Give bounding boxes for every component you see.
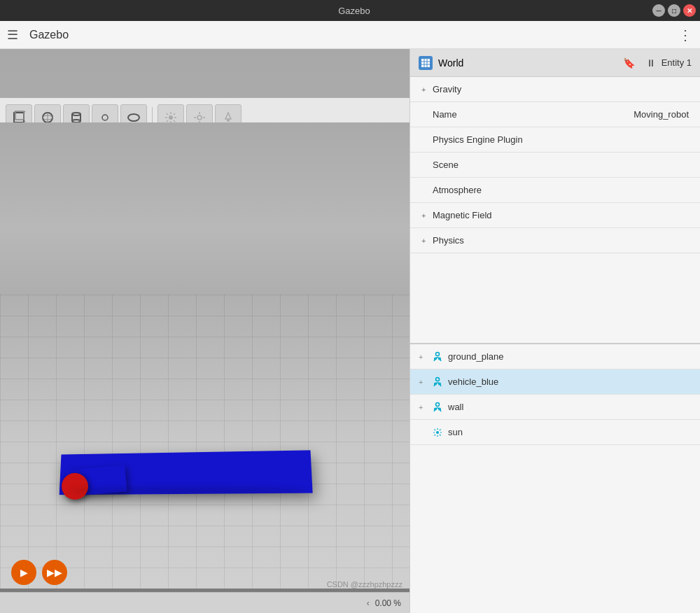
ground-plane [0, 295, 410, 589]
window-controls: ─ □ ✕ [652, 4, 700, 17]
play-button[interactable]: ▶ [11, 560, 36, 585]
svg-point-54 [436, 352, 440, 355]
entity-icon-sun [431, 426, 444, 439]
svg-line-69 [440, 435, 441, 436]
svg-point-14 [169, 115, 173, 120]
svg-point-57 [436, 377, 440, 381]
svg-line-71 [435, 435, 436, 436]
titlebar-title: Gazebo [56, 6, 652, 16]
entity-name-sun: sun [448, 427, 463, 437]
prop-row-scene[interactable]: Scene [410, 153, 700, 178]
expand-magnetic-field[interactable]: + [421, 211, 433, 220]
entity-icon-vehicle-blue [431, 376, 444, 388]
world-icon [419, 56, 433, 70]
prop-label-scene: Scene [433, 160, 689, 170]
viewport-arrow[interactable]: ‹ [367, 598, 370, 608]
entity-icon-ground-plane [431, 351, 444, 363]
svg-point-29 [227, 119, 230, 122]
properties-panel: + Gravity Name Moving_robot Physics Engi… [410, 77, 700, 343]
fast-forward-button[interactable]: ▶▶ [42, 560, 67, 585]
entity-name-ground-plane: ground_plane [448, 351, 504, 362]
maximize-button[interactable]: □ [668, 4, 680, 17]
prop-label-gravity: Gravity [433, 84, 689, 94]
prop-label-physics: Physics [433, 235, 689, 246]
svg-marker-28 [225, 113, 231, 119]
entity-row-sun[interactable]: sun [410, 420, 700, 445]
svg-line-22 [167, 120, 168, 122]
scene-canvas[interactable] [0, 122, 410, 613]
main-layout: ▶ ▶▶ ‹ 0.00 % CSDN @zzzhpzhpzzz World 🔖 … [0, 49, 700, 613]
expand-gravity[interactable]: + [421, 85, 433, 94]
svg-line-20 [174, 120, 175, 122]
entity-icon-wall [431, 401, 444, 414]
3d-viewport[interactable]: ▶ ▶▶ ‹ 0.00 % CSDN @zzzhpzhpzzz [0, 49, 410, 613]
entity-name-wall: wall [448, 402, 463, 412]
prop-value-name: Moving_robot [634, 109, 689, 120]
app-title: Gazebo [29, 29, 667, 41]
zoom-label: 0.00 % [375, 598, 401, 608]
expand-physics-engine [421, 136, 433, 144]
entity-expand-sun [419, 428, 427, 437]
entity-expand-wall[interactable]: + [419, 403, 427, 411]
prop-row-atmosphere[interactable]: Atmosphere [410, 178, 700, 203]
svg-point-8 [72, 113, 80, 115]
menubar: ☰ Gazebo ⋮ [0, 21, 700, 49]
entity-expand-ground-plane[interactable]: + [419, 353, 427, 361]
watermark: CSDN @zzzhpzhpzzz [327, 580, 402, 589]
prop-label-physics-engine: Physics Engine Plugin [433, 134, 689, 145]
prop-row-name[interactable]: Name Moving_robot [410, 102, 700, 127]
prop-row-physics-engine[interactable]: Physics Engine Plugin [410, 127, 700, 153]
play-controls: ▶ ▶▶ [11, 560, 67, 585]
hamburger-menu[interactable]: ☰ [7, 27, 18, 43]
svg-point-13 [128, 114, 139, 121]
entity-row-ground-plane[interactable]: + ground_plane [410, 344, 700, 369]
prop-label-atmosphere: Atmosphere [433, 185, 689, 195]
pause-button[interactable]: ⏸ [646, 57, 656, 69]
svg-rect-49 [421, 59, 430, 67]
expand-physics[interactable]: + [421, 237, 433, 245]
prop-row-physics[interactable]: + Physics [410, 228, 700, 253]
expand-name [421, 111, 433, 119]
world-header: World 🔖 ⏸ Entity 1 [410, 49, 700, 77]
svg-rect-48 [0, 295, 410, 589]
entity-label: Entity 1 [662, 57, 692, 68]
svg-point-60 [436, 402, 440, 406]
prop-row-magnetic-field[interactable]: + Magnetic Field [410, 203, 700, 228]
world-title: World [438, 57, 617, 69]
entity-row-vehicle-blue[interactable]: + vehicle_blue [410, 369, 700, 395]
prop-label-name: Name [433, 109, 634, 120]
svg-line-70 [440, 429, 441, 430]
entity-panel: + ground_plane + vehicle_blue + [410, 343, 700, 613]
prop-label-magnetic-field: Magnetic Field [433, 210, 689, 220]
svg-point-9 [72, 120, 80, 122]
svg-line-68 [435, 429, 436, 430]
svg-point-23 [197, 115, 202, 120]
svg-point-63 [436, 431, 439, 434]
expand-atmosphere [421, 186, 433, 195]
entity-name-vehicle-blue: vehicle_blue [448, 376, 498, 387]
prop-row-gravity[interactable]: + Gravity [410, 77, 700, 102]
svg-line-19 [167, 113, 168, 115]
entity-row-wall[interactable]: + wall [410, 395, 700, 420]
minimize-button[interactable]: ─ [652, 4, 665, 17]
vehicle-wheel-left [62, 473, 88, 500]
object-shadow [70, 487, 308, 495]
right-panel: World 🔖 ⏸ Entity 1 + Gravity Name Moving… [410, 49, 700, 613]
expand-scene [421, 161, 433, 169]
bookmark-icon[interactable]: 🔖 [623, 57, 635, 69]
svg-line-21 [174, 113, 175, 115]
svg-rect-12 [102, 115, 108, 120]
more-menu[interactable]: ⋮ [678, 27, 693, 43]
grid-lines [0, 295, 410, 589]
viewport-statusbar: ‹ 0.00 % [0, 592, 410, 613]
titlebar: Gazebo ─ □ ✕ [0, 0, 700, 21]
close-button[interactable]: ✕ [683, 4, 696, 17]
entity-expand-vehicle-blue[interactable]: + [419, 378, 427, 386]
